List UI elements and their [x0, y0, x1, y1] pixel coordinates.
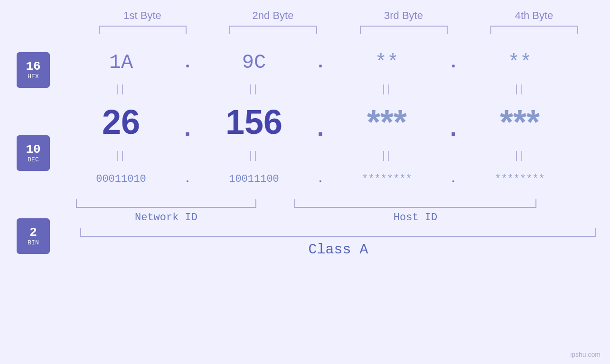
- top-brackets: [77, 26, 600, 34]
- byte-header-2: 2nd Byte: [225, 9, 320, 22]
- host-id-label: Host ID: [394, 212, 437, 224]
- eq-2: ||: [249, 83, 258, 95]
- sep-cell-6: ||: [199, 149, 309, 161]
- sep-row-2: || || || ||: [66, 148, 610, 162]
- bracket-top-2: [229, 26, 317, 34]
- dec-octet-1: 26: [66, 103, 176, 141]
- host-bracket: [294, 199, 536, 208]
- bin-row: 00011010 . 10011100 . ******** . *******…: [66, 162, 610, 196]
- hex-octet-4: **: [465, 51, 574, 74]
- watermark: ipshu.com: [570, 351, 601, 358]
- bracket-top-1: [99, 26, 187, 34]
- network-bracket: [76, 199, 256, 208]
- bin-octet-4: ********: [465, 173, 574, 185]
- sep-cell-1: ||: [66, 83, 176, 95]
- eq-1: ||: [116, 83, 125, 95]
- bracket-top-4: [490, 26, 578, 34]
- sep-cell-7: ||: [332, 149, 441, 161]
- bin-octet-3: ********: [332, 173, 441, 185]
- dec-dot-2: .: [309, 102, 332, 143]
- badges-column: 16 HEX 10 DEC 2 BIN: [0, 44, 66, 254]
- dec-row: 26 . 156 . *** . ***: [66, 96, 610, 148]
- network-id-label: Network ID: [135, 212, 197, 224]
- byte-headers-row: 1st Byte 2nd Byte 3rd Byte 4th Byte: [77, 9, 600, 22]
- eq-5: ||: [116, 149, 125, 161]
- hex-dot-2: .: [309, 53, 332, 73]
- eq-7: ||: [382, 149, 391, 161]
- hex-row: 1A . 9C . ** . **: [66, 44, 610, 82]
- bottom-brackets-row: Network ID Host ID: [66, 199, 610, 224]
- byte-header-3: 3rd Byte: [356, 9, 451, 22]
- eq-3: ||: [382, 83, 391, 95]
- sep-row-1: || || || ||: [66, 82, 610, 96]
- host-id-section: Host ID: [290, 199, 541, 224]
- bracket-top-3: [360, 26, 448, 34]
- hex-dot-3: .: [441, 53, 465, 73]
- eq-6: ||: [249, 149, 258, 161]
- byte-header-1: 1st Byte: [95, 9, 190, 22]
- badge-bin: 2 BIN: [17, 218, 50, 254]
- sep-cell-8: ||: [465, 149, 574, 161]
- class-bracket: [80, 228, 597, 237]
- bin-octet-2: 10011100: [199, 173, 309, 185]
- eq-8: ||: [515, 149, 524, 161]
- network-id-section: Network ID: [66, 199, 266, 224]
- main-area: 16 HEX 10 DEC 2 BIN 1A . 9C: [0, 44, 610, 258]
- sep-cell-2: ||: [199, 83, 309, 95]
- data-rows-column: 1A . 9C . ** . ** ||: [66, 44, 610, 258]
- hex-octet-1: 1A: [66, 51, 176, 74]
- hex-octet-2: 9C: [199, 51, 309, 74]
- class-section: Class A: [66, 228, 610, 258]
- dec-octet-3: ***: [332, 103, 441, 141]
- bin-dot-2: .: [309, 173, 332, 186]
- hex-dot-1: .: [176, 53, 199, 73]
- dec-octet-2: 156: [199, 103, 309, 141]
- hex-octet-3: **: [332, 51, 441, 74]
- bin-octet-1: 00011010: [66, 173, 176, 185]
- sep-cell-5: ||: [66, 149, 176, 161]
- badge-dec: 10 DEC: [17, 135, 50, 171]
- bin-dot-1: .: [176, 173, 199, 186]
- byte-header-4: 4th Byte: [487, 9, 582, 22]
- dec-octet-4: ***: [465, 103, 574, 141]
- class-label: Class A: [308, 242, 368, 258]
- main-container: 1st Byte 2nd Byte 3rd Byte 4th Byte 16 H…: [0, 0, 610, 364]
- badge-hex: 16 HEX: [17, 52, 50, 88]
- bin-dot-3: .: [441, 173, 465, 186]
- sep-cell-4: ||: [465, 83, 574, 95]
- dec-dot-1: .: [176, 102, 199, 143]
- dec-dot-3: .: [441, 102, 465, 143]
- sep-cell-3: ||: [332, 83, 441, 95]
- eq-4: ||: [515, 83, 524, 95]
